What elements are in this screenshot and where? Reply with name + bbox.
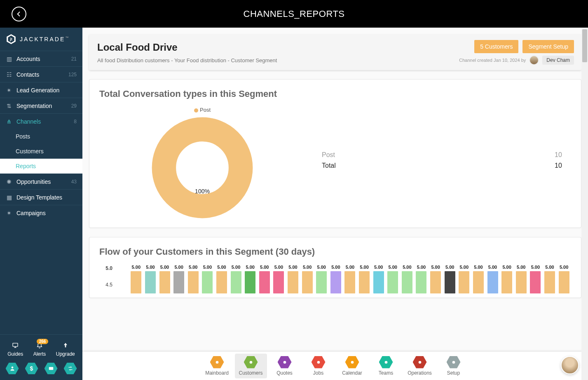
customers-count-button[interactable]: 5 Customers	[474, 40, 518, 53]
bar-value-label: 5.00	[417, 265, 426, 270]
bar-slot: 5.00	[543, 265, 557, 293]
chevron-left-icon	[16, 11, 22, 17]
bar-rect	[288, 271, 298, 293]
sidebar-item-accounts[interactable]: ▥ Accounts 21	[0, 51, 82, 66]
dollar-icon: $	[30, 365, 33, 372]
quick-card-icon[interactable]	[45, 363, 58, 374]
sidebar-sub-posts[interactable]: Posts	[0, 129, 82, 144]
bar-rect	[202, 271, 213, 293]
sidebar-item-contacts[interactable]: ☷ Contacts 125	[0, 66, 82, 82]
y-tick: 5.0	[105, 265, 112, 271]
bar-rect	[473, 271, 484, 293]
profile-avatar-button[interactable]	[561, 356, 579, 374]
upgrade-button[interactable]: Upgrade	[56, 342, 75, 357]
megaphone-icon: ✶	[6, 210, 12, 216]
person-icon	[9, 366, 15, 371]
sidebar-item-design-templates[interactable]: ▦ Design Templates	[0, 189, 82, 205]
bar-value-label: 5.00	[360, 265, 368, 270]
svg-point-8	[164, 129, 241, 206]
bar-slot: 5.00	[443, 265, 457, 293]
stat-label: Post	[322, 151, 335, 159]
bottomnav-label: Quotes	[276, 370, 293, 376]
bottomnav-item-quotes[interactable]: Quotes	[269, 354, 301, 378]
alerts-button[interactable]: 266 Alerts	[33, 342, 46, 357]
bottom-nav: MainboardCustomersQuotesJobsCalendarTeam…	[82, 351, 588, 380]
bar-slot: 5.00	[172, 265, 186, 293]
donut-stats: Post 10 Total 10	[322, 104, 571, 171]
card-title: Flow of your Customers in this Segment (…	[99, 246, 571, 257]
hex-icon	[447, 356, 461, 368]
sidebar-item-opportunities[interactable]: ✺ Opportunities 43	[0, 174, 82, 189]
quick-money-icon[interactable]: $	[25, 363, 38, 374]
sidebar-item-label: Campaigns	[16, 210, 46, 216]
bar-slot: 5.00	[329, 265, 343, 293]
segment-setup-button[interactable]: Segment Setup	[522, 40, 574, 53]
scrollbar-thumb[interactable]	[582, 29, 587, 62]
bar-slot: 5.00	[243, 265, 258, 293]
bottomnav-item-teams[interactable]: Teams	[370, 354, 402, 378]
bar-rect	[173, 271, 184, 293]
bar-rect	[159, 271, 170, 293]
sidebar-sub-label: Customers	[16, 148, 44, 155]
hex-icon	[278, 356, 292, 368]
bottomnav-label: Jobs	[313, 370, 323, 376]
bar-value-label: 5.00	[488, 265, 497, 270]
bar-rect	[402, 271, 412, 293]
bar-slot: 5.00	[272, 265, 286, 293]
svg-rect-7	[49, 367, 53, 370]
sidebar-badge: 8	[74, 119, 77, 124]
bar-rect	[231, 271, 241, 293]
scrollbar[interactable]	[581, 28, 588, 380]
customer-flow-card: Flow of your Customers in this Segment (…	[89, 237, 581, 298]
bar-slot: 5.00	[314, 265, 329, 293]
bar-slot: 5.00	[157, 265, 172, 293]
alerts-count-pill: 266	[37, 339, 49, 344]
bottomnav-label: Calendar	[342, 370, 362, 376]
sidebar-sub-customers[interactable]: Customers	[0, 144, 82, 159]
sidebar-item-campaigns[interactable]: ✶ Campaigns	[0, 205, 82, 220]
bar-slot: 5.00	[429, 265, 443, 293]
bar-rect	[316, 271, 327, 293]
bottomnav-label: Setup	[447, 370, 460, 376]
bar-value-label: 5.00	[303, 265, 312, 270]
bar-value-label: 5.00	[246, 265, 254, 270]
main-scroll[interactable]: Local Food Drive All food Distribution c…	[82, 28, 588, 351]
bottomnav-label: Teams	[379, 370, 393, 376]
bar-value-label: 5.00	[545, 265, 554, 270]
guides-button[interactable]: Guides	[7, 342, 23, 357]
donut-chart: 100%	[152, 117, 253, 218]
sidebar-sub-reports[interactable]: Reports	[0, 159, 82, 174]
bottomnav-label: Mainboard	[205, 370, 229, 376]
bottomnav-item-calendar[interactable]: Calendar	[336, 354, 368, 378]
sliders-icon: ⇅	[6, 103, 12, 109]
bottomnav-item-setup[interactable]: Setup	[438, 354, 470, 378]
bottomnav-item-customers[interactable]: Customers	[235, 354, 267, 378]
network-icon: ⋔	[6, 118, 12, 125]
brand-logo[interactable]: jt JACKTRADE™	[0, 28, 82, 51]
sidebar-item-lead-generation[interactable]: ✴ Lead Generation	[0, 82, 82, 98]
template-icon: ▦	[6, 194, 12, 201]
hex-icon	[244, 356, 258, 368]
bottomnav-item-mainboard[interactable]: Mainboard	[201, 354, 233, 378]
bar-value-label: 5.00	[403, 265, 411, 270]
bar-value-label: 5.00	[203, 265, 212, 270]
sidebar-item-segmentation[interactable]: ⇅ Segmentation 29	[0, 98, 82, 113]
bar-value-label: 5.00	[132, 265, 141, 270]
back-button[interactable]	[12, 7, 26, 21]
sidebar-item-channels[interactable]: ⋔ Channels 8	[0, 113, 82, 129]
sidebar: jt JACKTRADE™ ▥ Accounts 21 ☷ Contacts 1…	[0, 28, 82, 380]
bottomnav-item-operations[interactable]: Operations	[404, 354, 436, 378]
quick-user-icon[interactable]	[6, 363, 19, 374]
bar-chart: 5.0 4.5 5.005.005.005.005.005.005.005.00…	[99, 265, 571, 293]
bar-slot: 5.00	[414, 265, 429, 293]
logo-hex-icon: jt	[6, 34, 16, 45]
bar-slot: 5.00	[229, 265, 243, 293]
bar-rect	[544, 271, 555, 293]
author-chip[interactable]: Dev Cham	[542, 56, 574, 65]
bottomnav-item-jobs[interactable]: Jobs	[302, 354, 335, 378]
bar-value-label: 5.00	[560, 265, 568, 270]
svg-point-9	[216, 361, 218, 364]
sidebar-badge: 29	[71, 103, 77, 109]
svg-point-13	[351, 361, 354, 364]
quick-transfer-icon[interactable]	[64, 363, 77, 374]
